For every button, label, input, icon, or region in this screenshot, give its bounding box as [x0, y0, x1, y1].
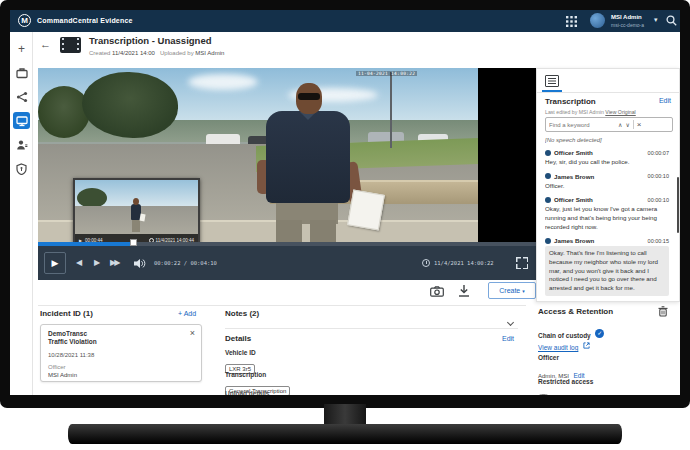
incident-card[interactable]: DemoTransc Traffic Violation × 10/28/202…	[40, 324, 202, 382]
step-back-button[interactable]: ◀	[76, 258, 82, 267]
audit-log-row: View audit log	[538, 336, 590, 354]
entry-timestamp[interactable]: 00:00:10	[648, 173, 669, 179]
speaker-avatar-icon	[545, 150, 551, 156]
keyword-search-input[interactable]	[549, 122, 615, 128]
restricted-access-toggle[interactable]	[538, 394, 549, 395]
snapshot-camera-icon[interactable]	[430, 286, 444, 297]
page-title: Transcription - Unassigned	[89, 35, 211, 46]
transcript-entry-header: James Brown 00:00:15	[545, 237, 669, 244]
incident-name: DemoTransc	[48, 330, 87, 337]
view-audit-log-link[interactable]: View audit log	[538, 344, 578, 351]
entry-timestamp[interactable]: 00:00:07	[648, 150, 669, 156]
elapsed-duration-display: 00:00:22 / 00:04:10	[154, 260, 217, 266]
trash-icon[interactable]	[658, 306, 668, 317]
uploaded-value: MSI Admin	[195, 50, 224, 56]
left-sidebar: +	[10, 32, 33, 395]
external-link-icon	[583, 342, 590, 349]
check-circle-icon: ✓	[595, 329, 604, 338]
vehicle-id-label: Vehicle ID	[225, 349, 256, 356]
transcription-panel: Transcription Edit Last edited by MSI Ad…	[536, 68, 680, 302]
transcription-edit-link[interactable]: Edit	[659, 97, 671, 104]
top-navigation-bar: M CommandCentral Evidence MSI Admin msi-…	[10, 10, 680, 32]
transcript-entry-header: James Brown 00:00:10	[545, 173, 669, 180]
transcript-scrollbar[interactable]	[677, 177, 679, 233]
download-icon[interactable]	[458, 284, 470, 298]
entry-text: Okay. That's fine I'm listening to call …	[545, 246, 669, 295]
subject-sunglasses	[298, 93, 320, 100]
security-icon[interactable]	[13, 160, 30, 177]
back-button[interactable]: ←	[40, 38, 51, 50]
motorola-logo-icon: M	[18, 14, 31, 27]
video-file-icon	[60, 37, 81, 53]
created-label: Created	[89, 50, 110, 56]
transcript-entry[interactable]: James Brown 00:00:15 Okay. That's fine I…	[545, 237, 669, 295]
create-button[interactable]: Create ▾	[488, 282, 536, 299]
plus-glyph: +	[18, 42, 25, 56]
add-icon[interactable]: +	[13, 40, 30, 57]
keyword-search-box: ∧ ∨ ×	[545, 117, 673, 132]
details-edit-link[interactable]: Edit	[502, 335, 514, 342]
transcription-tab-icon[interactable]	[545, 75, 559, 87]
notes-heading: Notes (2)	[225, 309, 259, 318]
entry-timestamp[interactable]: 00:00:10	[648, 197, 669, 203]
play-button[interactable]: ▶	[44, 252, 66, 274]
speaker-avatar-icon	[545, 238, 551, 244]
incident-heading: Incident ID (1)	[40, 309, 93, 318]
transcript-entry[interactable]: Officer Smith 00:00:07 Hey, sir, did you…	[545, 149, 669, 167]
subject-paper	[347, 189, 385, 230]
close-icon[interactable]: ×	[190, 328, 195, 338]
fast-forward-button[interactable]: ▶▶	[110, 258, 118, 267]
user-avatar[interactable]	[590, 13, 605, 28]
last-edited-line: Last edited by MSI Admin View Original	[545, 109, 636, 115]
create-label: Create	[499, 287, 520, 294]
wall-clock-display: 11/4/2021 14:00:22	[434, 260, 494, 266]
player-control-bar: ▶ ◀ ▶ ▶▶ 00:00:22 / 00:04:10 11/4/2021 1…	[38, 246, 536, 280]
entry-timestamp[interactable]: 00:00:15	[648, 238, 669, 244]
evidence-box-icon[interactable]	[13, 64, 30, 81]
seek-handle[interactable]	[130, 239, 137, 246]
share-icon[interactable]	[13, 88, 30, 105]
desktop-stage: M CommandCentral Evidence MSI Admin msi-…	[0, 0, 690, 450]
transcription-label: Transcription	[225, 371, 266, 378]
search-clear-icon[interactable]: ×	[637, 120, 642, 129]
notes-divider	[225, 328, 518, 329]
access-officer-label: Officer	[538, 354, 559, 361]
speaker-name: Officer Smith	[554, 149, 593, 156]
add-incident-link[interactable]: + Add	[178, 310, 196, 317]
page-subtitle: Created 11/4/2021 14:00 Uploaded by MSI …	[89, 50, 224, 56]
transcript-entry[interactable]: Officer Smith 00:00:10 Okay, just let yo…	[545, 196, 669, 231]
volume-icon[interactable]	[134, 258, 146, 269]
transcript-list[interactable]: [No speech detected] Officer Smith 00:00…	[545, 137, 675, 299]
created-value: 11/4/2021 14:00	[112, 50, 155, 56]
notes-collapse-chevron-icon[interactable]	[508, 311, 513, 329]
last-edited-text: Last edited by MSI Admin	[545, 109, 604, 115]
user-menu-caret-icon[interactable]: ▾	[654, 16, 658, 24]
search-icon[interactable]	[666, 15, 677, 26]
speaker-avatar-icon	[545, 173, 551, 179]
devices-icon[interactable]	[13, 112, 30, 129]
fullscreen-button[interactable]	[516, 257, 528, 269]
bodycam-timestamp-overlay: 11-04-2021 14:00:22	[356, 71, 417, 76]
no-speech-row: [No speech detected]	[545, 137, 675, 143]
section-divider	[38, 305, 526, 306]
search-prev-chevron-icon[interactable]: ∧	[618, 121, 622, 128]
user-org: msi-cc-demo-a	[611, 22, 644, 28]
pip-subject	[132, 220, 140, 232]
video-canvas[interactable]: 11-04-2021 14:00:22 ▶ 00:00:44	[38, 68, 478, 248]
monitor-stand-base	[68, 424, 622, 444]
video-tree	[38, 86, 90, 138]
people-icon[interactable]	[13, 136, 30, 153]
step-forward-button[interactable]: ▶	[94, 258, 100, 267]
restricted-access-heading: Restricted access	[538, 378, 593, 385]
active-tab-underline	[542, 90, 562, 92]
transcript-entry[interactable]: James Brown 00:00:10 Officer.	[545, 173, 669, 191]
cloud	[188, 74, 258, 90]
search-next-chevron-icon[interactable]: ∨	[625, 121, 629, 128]
incident-type: Traffic Violation	[48, 338, 97, 345]
app-launcher-icon[interactable]	[566, 16, 577, 27]
speaker-name: James Brown	[554, 237, 594, 244]
view-original-link[interactable]: View Original	[605, 109, 635, 115]
video-light-pole	[390, 72, 392, 148]
pip-video-thumbnail[interactable]: ▶ 00:00:44 11/4/2021 14:00:44	[73, 178, 200, 245]
app-brand: CommandCentral Evidence	[37, 17, 133, 24]
